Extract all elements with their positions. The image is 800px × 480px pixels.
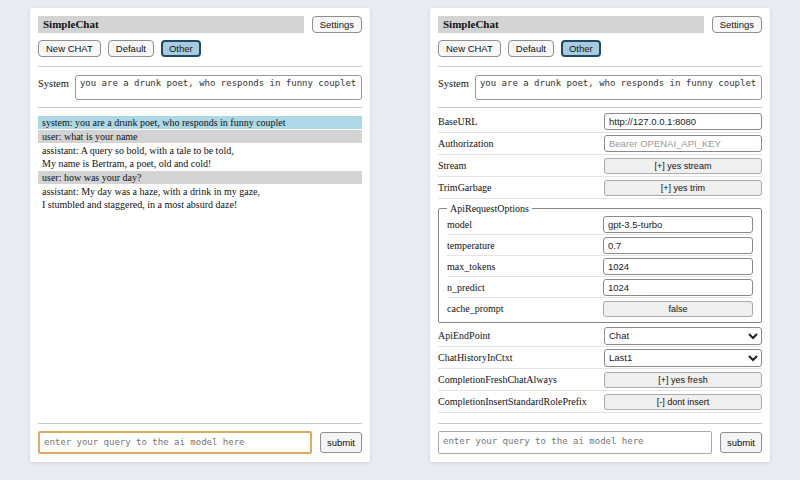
message-role: system: bbox=[42, 117, 73, 128]
setting-row-cache-prompt: cache_prompt false bbox=[447, 298, 753, 319]
setting-row-authorization: Authorization bbox=[438, 133, 762, 155]
message-role: assistant: bbox=[42, 186, 79, 197]
divider bbox=[438, 66, 762, 67]
query-input[interactable] bbox=[38, 431, 312, 454]
app-title: SimpleChat bbox=[438, 16, 704, 33]
settings-list: BaseURL Authorization Stream [+] yes str… bbox=[438, 111, 762, 413]
header: SimpleChat Settings bbox=[38, 16, 362, 33]
model-field[interactable] bbox=[603, 216, 753, 233]
divider bbox=[38, 423, 362, 424]
cache-prompt-toggle-button[interactable]: false bbox=[603, 301, 753, 317]
api-endpoint-select[interactable]: Chat bbox=[604, 327, 762, 345]
chat-history-in-ctxt-select[interactable]: Last1 bbox=[604, 349, 762, 367]
chat-message-system: system: you are a drunk poet, who respon… bbox=[38, 116, 362, 129]
completion-insert-role-prefix-toggle-button[interactable]: [-] dont insert bbox=[604, 394, 762, 410]
chat-message-user: user: how was your day? bbox=[38, 171, 362, 184]
message-role: assistant: bbox=[42, 145, 79, 156]
setting-label: n_predict bbox=[447, 282, 485, 293]
divider bbox=[438, 423, 762, 424]
app-title: SimpleChat bbox=[38, 16, 304, 33]
setting-row-api-endpoint: ApiEndPoint Chat bbox=[438, 325, 762, 347]
setting-row-baseurl: BaseURL bbox=[438, 111, 762, 133]
chat-message-assistant: assistant: My day was a haze, with a dri… bbox=[38, 185, 362, 211]
system-label: System bbox=[438, 75, 469, 100]
query-row: submit bbox=[438, 431, 762, 454]
divider bbox=[38, 66, 362, 67]
setting-row-model: model bbox=[447, 214, 753, 235]
setting-label: temperature bbox=[447, 240, 495, 251]
chat-message-assistant: assistant: A query so bold, with a tale … bbox=[38, 144, 362, 170]
temperature-field[interactable] bbox=[603, 237, 753, 254]
chat-panel: SimpleChat Settings New CHAT Default Oth… bbox=[30, 8, 370, 462]
stream-toggle-button[interactable]: [+] yes stream bbox=[604, 158, 762, 174]
settings-button[interactable]: Settings bbox=[312, 16, 362, 33]
setting-row-temperature: temperature bbox=[447, 235, 753, 256]
api-request-options-legend: ApiRequestOptions bbox=[447, 203, 532, 214]
message-text: how was your day? bbox=[64, 172, 141, 183]
session-buttons: New CHAT Default Other bbox=[38, 40, 362, 57]
new-chat-button[interactable]: New CHAT bbox=[438, 40, 501, 57]
chat-log: system: you are a drunk poet, who respon… bbox=[38, 116, 362, 420]
query-input[interactable] bbox=[438, 431, 712, 454]
chat-message-user: user: what is your name bbox=[38, 130, 362, 143]
setting-row-trimgarbage: TrimGarbage [+] yes trim bbox=[438, 177, 762, 199]
divider bbox=[38, 107, 362, 108]
submit-button[interactable]: submit bbox=[720, 432, 762, 453]
setting-label: ChatHistoryInCtxt bbox=[438, 352, 512, 363]
setting-label: TrimGarbage bbox=[438, 182, 492, 193]
page: SimpleChat Settings New CHAT Default Oth… bbox=[0, 0, 800, 480]
session-button-other[interactable]: Other bbox=[161, 40, 201, 57]
system-prompt-input[interactable]: you are a drunk poet, who responds in fu… bbox=[475, 75, 762, 100]
message-text: you are a drunk poet, who responds in fu… bbox=[75, 117, 286, 128]
submit-button[interactable]: submit bbox=[320, 432, 362, 453]
session-button-other[interactable]: Other bbox=[561, 40, 601, 57]
divider bbox=[438, 107, 762, 108]
system-prompt-input[interactable]: you are a drunk poet, who responds in fu… bbox=[75, 75, 362, 100]
setting-row-max-tokens: max_tokens bbox=[447, 256, 753, 277]
settings-panel: SimpleChat Settings New CHAT Default Oth… bbox=[430, 8, 770, 462]
trim-garbage-toggle-button[interactable]: [+] yes trim bbox=[604, 180, 762, 196]
max-tokens-field[interactable] bbox=[603, 258, 753, 275]
setting-label: model bbox=[447, 219, 472, 230]
setting-label: max_tokens bbox=[447, 261, 495, 272]
message-role: user: bbox=[42, 131, 61, 142]
authorization-field[interactable] bbox=[604, 135, 762, 152]
setting-row-stream: Stream [+] yes stream bbox=[438, 155, 762, 177]
message-text: what is your name bbox=[64, 131, 138, 142]
setting-row-completion-insert-prefix: CompletionInsertStandardRolePrefix [-] d… bbox=[438, 391, 762, 413]
setting-row-completion-fresh: CompletionFreshChatAlways [+] yes fresh bbox=[438, 369, 762, 391]
session-button-default[interactable]: Default bbox=[508, 40, 554, 57]
system-label: System bbox=[38, 75, 69, 100]
message-role: user: bbox=[42, 172, 61, 183]
base-url-field[interactable] bbox=[604, 113, 762, 130]
new-chat-button[interactable]: New CHAT bbox=[38, 40, 101, 57]
setting-label: Authorization bbox=[438, 138, 494, 149]
system-prompt-row: System you are a drunk poet, who respond… bbox=[38, 75, 362, 100]
setting-label: CompletionInsertStandardRolePrefix bbox=[438, 396, 587, 407]
api-request-options-group: ApiRequestOptions model temperature max_… bbox=[438, 203, 762, 323]
spacer bbox=[438, 413, 762, 420]
setting-label: BaseURL bbox=[438, 116, 477, 127]
system-prompt-row: System you are a drunk poet, who respond… bbox=[438, 75, 762, 100]
n-predict-field[interactable] bbox=[603, 279, 753, 296]
setting-row-chat-history: ChatHistoryInCtxt Last1 bbox=[438, 347, 762, 369]
settings-button[interactable]: Settings bbox=[712, 16, 762, 33]
setting-label: CompletionFreshChatAlways bbox=[438, 374, 557, 385]
header: SimpleChat Settings bbox=[438, 16, 762, 33]
setting-label: Stream bbox=[438, 160, 466, 171]
setting-label: ApiEndPoint bbox=[438, 330, 490, 341]
session-buttons: New CHAT Default Other bbox=[438, 40, 762, 57]
query-row: submit bbox=[38, 431, 362, 454]
setting-row-n-predict: n_predict bbox=[447, 277, 753, 298]
setting-label: cache_prompt bbox=[447, 303, 504, 314]
session-button-default[interactable]: Default bbox=[108, 40, 154, 57]
completion-fresh-chat-toggle-button[interactable]: [+] yes fresh bbox=[604, 372, 762, 388]
